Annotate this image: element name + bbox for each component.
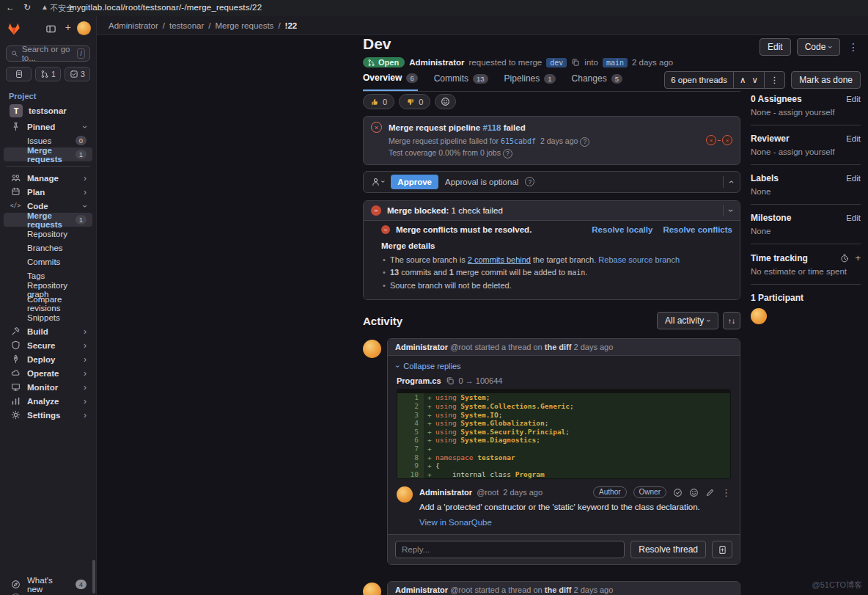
edit-assignees-button[interactable]: Edit xyxy=(846,95,861,103)
thread-author[interactable]: Administrator xyxy=(395,585,448,594)
sidebar-item-repository[interactable]: Repository xyxy=(4,227,92,241)
avatar[interactable] xyxy=(397,486,413,503)
mr-author-link[interactable]: Administrator xyxy=(409,58,464,67)
resolve-conflicts-link[interactable]: Resolve conflicts xyxy=(663,225,732,234)
discussion-thread: Administrator @root started a thread on … xyxy=(363,581,740,595)
sidebar-item-compare-revisions[interactable]: Compare revisions xyxy=(4,296,92,310)
url-bar[interactable]: mygitlab.local/root/testsonar/-/merge_re… xyxy=(70,3,262,12)
edit-button[interactable]: Edit xyxy=(760,38,791,56)
sidebar-group-manage[interactable]: Manage › xyxy=(4,171,92,185)
sidebar-scrollbar[interactable] xyxy=(92,560,95,594)
search-input[interactable]: Search or go to... / xyxy=(6,45,90,62)
resolve-locally-link[interactable]: Resolve locally xyxy=(592,225,652,234)
cloud-icon xyxy=(11,368,21,378)
pipeline-sha-link[interactable]: 615cabdf xyxy=(501,137,536,145)
approve-button[interactable]: Approve xyxy=(391,175,438,189)
sidebar-project-testsonar[interactable]: T testsonar xyxy=(4,102,92,120)
timer-icon[interactable] xyxy=(840,254,849,263)
assignees-value[interactable]: None - assign yourself xyxy=(751,108,861,117)
stage-failed-icon[interactable]: × xyxy=(706,135,716,145)
collapse-approvals-icon[interactable]: › xyxy=(726,180,736,183)
pipeline-mini-graph[interactable]: × × xyxy=(706,122,732,159)
open-threads-label[interactable]: 6 open threads xyxy=(665,72,733,88)
reviewer-value[interactable]: None - assign yourself xyxy=(751,147,861,156)
source-branch-label[interactable]: dev xyxy=(546,58,567,67)
sidebar-toggle-icon[interactable] xyxy=(45,23,56,34)
thread-author[interactable]: Administrator xyxy=(395,343,448,351)
sidebar-item-snippets[interactable]: Snippets xyxy=(4,310,92,324)
resolve-thread-button[interactable]: Resolve thread xyxy=(630,541,706,558)
next-thread-button[interactable]: ∨ xyxy=(751,72,763,88)
sort-direction-button[interactable]: ↑↓ xyxy=(723,312,740,329)
tab-pipelines[interactable]: Pipelines1 xyxy=(504,72,556,91)
user-avatar[interactable] xyxy=(77,21,91,35)
pipeline-help-icon[interactable]: ? xyxy=(580,137,589,147)
edit-labels-button[interactable]: Edit xyxy=(846,174,861,183)
tab-commits[interactable]: Commits13 xyxy=(434,72,488,91)
copy-file-path-icon[interactable] xyxy=(446,376,455,385)
edit-milestone-button[interactable]: Edit xyxy=(846,213,861,222)
view-in-sonarqube-link[interactable]: View in SonarQube xyxy=(419,518,731,527)
todos-shortcut-button[interactable]: 3 xyxy=(65,67,90,81)
sidebar-item-merge-requests[interactable]: Merge requests 1 xyxy=(4,213,92,227)
activity-filter-dropdown[interactable]: All activity› xyxy=(657,312,718,329)
approval-help-icon[interactable]: ? xyxy=(525,177,534,186)
coverage-help-icon[interactable]: ? xyxy=(503,149,512,158)
gitlab-logo-icon[interactable] xyxy=(7,22,21,36)
breadcrumb-testsonar[interactable]: testsonar xyxy=(169,21,204,30)
mr-options-kebab-icon[interactable]: ⋮ xyxy=(846,41,861,53)
merge-requests-shortcut-button[interactable]: 1 xyxy=(35,67,61,81)
collapse-replies-toggle[interactable]: ›Collapse replies xyxy=(397,362,731,370)
sidebar-item-pinned-merge-requests[interactable]: Merge requests 1 xyxy=(4,147,92,161)
thread-diff-link[interactable]: the diff xyxy=(545,343,572,351)
reply-input[interactable] xyxy=(395,541,625,558)
sidebar-group-deploy[interactable]: Deploy › xyxy=(4,352,92,366)
participant-avatar[interactable] xyxy=(751,308,767,324)
code-dropdown-button[interactable]: Code› xyxy=(797,38,840,56)
thumbs-up-reaction[interactable]: 0 xyxy=(363,94,394,109)
issues-shortcut-button[interactable] xyxy=(6,67,32,81)
commits-behind-link[interactable]: 2 commits behind xyxy=(468,255,531,264)
previous-thread-button[interactable]: ∧ xyxy=(734,72,751,88)
sidebar-item-commits[interactable]: Commits xyxy=(4,255,92,269)
resolve-with-issue-button[interactable] xyxy=(712,541,732,558)
target-branch-label[interactable]: main xyxy=(603,58,628,67)
tab-changes[interactable]: Changes5 xyxy=(572,72,622,91)
browser-reload-icon[interactable]: ↻ xyxy=(23,2,31,12)
add-reaction-button[interactable] xyxy=(435,94,456,109)
sidebar-item-branches[interactable]: Branches xyxy=(4,241,92,255)
threads-kebab-icon[interactable]: ⋮ xyxy=(765,72,785,88)
sidebar-group-pinned[interactable]: Pinned › xyxy=(4,120,92,134)
browser-back-icon[interactable]: ← xyxy=(6,2,15,12)
avatar[interactable] xyxy=(363,340,381,358)
thumbs-down-reaction[interactable]: 0 xyxy=(399,94,430,109)
sidebar-group-analyze[interactable]: Analyze › xyxy=(4,394,92,408)
mark-as-done-button[interactable]: Mark as done xyxy=(791,71,861,89)
edit-comment-icon[interactable] xyxy=(705,488,715,497)
sidebar-group-build[interactable]: Build › xyxy=(4,324,92,338)
rebase-source-branch-link[interactable]: Rebase source branch xyxy=(598,255,680,264)
thread-diff-link[interactable]: the diff xyxy=(545,585,572,594)
edit-reviewer-button[interactable]: Edit xyxy=(846,134,861,143)
avatar[interactable] xyxy=(363,583,381,595)
sidebar-group-plan[interactable]: Plan › xyxy=(4,185,92,199)
breadcrumb-administrator[interactable]: Administrator xyxy=(108,21,158,30)
comment-author[interactable]: Administrator xyxy=(419,488,472,497)
sidebar-group-secure[interactable]: Secure › xyxy=(4,338,92,352)
copy-branch-icon[interactable] xyxy=(571,58,580,67)
pipeline-id-link[interactable]: #118 xyxy=(482,123,501,132)
sidebar-group-settings[interactable]: Settings › xyxy=(4,408,92,422)
add-time-icon[interactable]: + xyxy=(855,252,861,263)
add-emoji-icon[interactable] xyxy=(689,488,699,497)
whats-new-item[interactable]: What's new 4 xyxy=(4,577,92,591)
breadcrumb-merge-requests[interactable]: Merge requests xyxy=(215,21,273,30)
tab-overview[interactable]: Overview6 xyxy=(363,72,418,91)
sidebar-group-monitor[interactable]: Monitor › xyxy=(4,380,92,394)
create-new-icon[interactable]: + xyxy=(65,21,71,33)
expand-merge-checks-icon[interactable]: › xyxy=(726,209,736,212)
sidebar-group-operate[interactable]: Operate › xyxy=(4,366,92,380)
comment-kebab-icon[interactable]: ⋮ xyxy=(721,487,731,498)
diff-file-name[interactable]: Program.cs xyxy=(397,376,441,385)
stage-failed-icon[interactable]: × xyxy=(722,135,732,145)
resolve-comment-icon[interactable] xyxy=(673,488,683,497)
